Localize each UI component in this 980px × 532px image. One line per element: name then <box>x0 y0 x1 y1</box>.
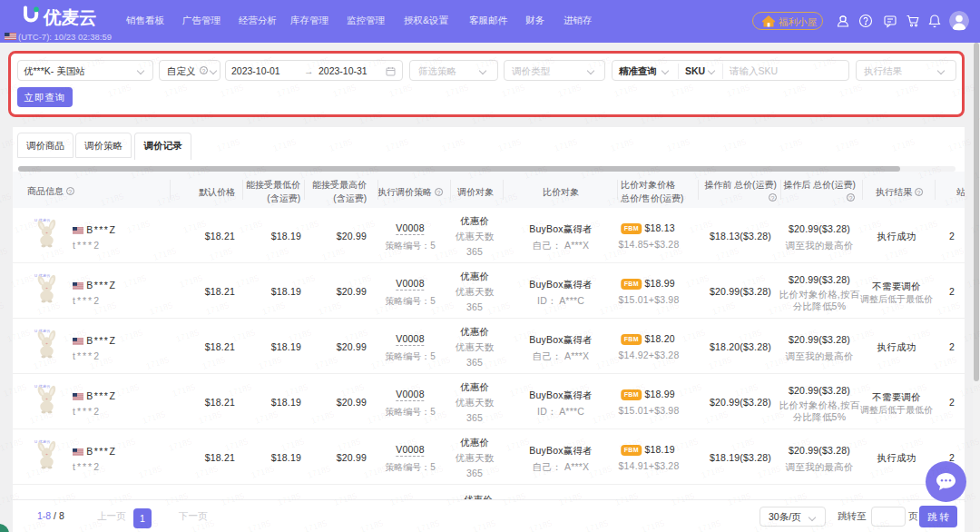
svg-text:17185: 17185 <box>504 43 530 44</box>
svg-text:17185: 17185 <box>391 43 417 44</box>
svg-text:17185: 17185 <box>0 43 24 44</box>
svg-text:U 优麦云: U 优麦云 <box>34 329 51 333</box>
svg-text:U 优麦云: U 优麦云 <box>34 384 51 389</box>
svg-text:U 优麦云: U 优麦云 <box>34 218 51 222</box>
svg-text:17185: 17185 <box>0 300 5 317</box>
svg-text:17185: 17185 <box>729 43 755 44</box>
svg-text:17185: 17185 <box>560 43 586 44</box>
svg-text:17185: 17185 <box>110 43 136 44</box>
svg-text:17185: 17185 <box>447 43 474 44</box>
svg-text:17185: 17185 <box>0 245 9 262</box>
svg-text:17185: 17185 <box>166 43 192 44</box>
svg-text:17185: 17185 <box>616 43 642 44</box>
svg-text:17185: 17185 <box>785 43 811 44</box>
svg-text:17185: 17185 <box>279 43 305 44</box>
svg-text:17185: 17185 <box>335 43 361 44</box>
svg-text:17185: 17185 <box>54 43 80 44</box>
svg-text:17185: 17185 <box>897 43 924 44</box>
svg-text:17185: 17185 <box>222 43 249 44</box>
svg-text:U 优麦云: U 优麦云 <box>34 273 51 278</box>
svg-text:17185: 17185 <box>841 43 867 44</box>
svg-text:17185: 17185 <box>0 354 2 371</box>
svg-text:17185: 17185 <box>672 43 699 44</box>
svg-text:U 优麦云: U 优麦云 <box>34 439 51 444</box>
svg-text:17185: 17185 <box>0 191 13 208</box>
